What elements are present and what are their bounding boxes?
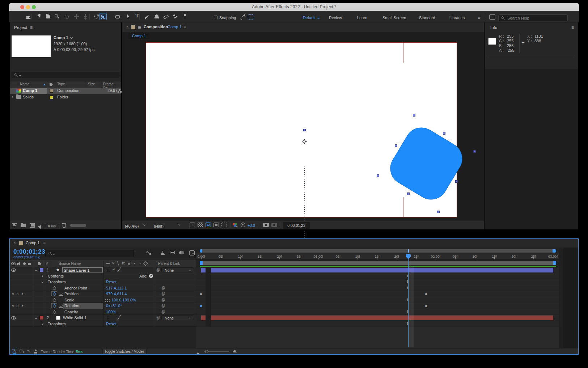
label-column-icon[interactable] <box>50 83 53 86</box>
tool-shape[interactable] <box>114 13 121 20</box>
tool-orbit-camera[interactable] <box>63 13 71 20</box>
column-source-name[interactable]: Source Name <box>59 262 81 266</box>
tool-home[interactable] <box>25 13 32 20</box>
exposure-value[interactable]: +0.0 <box>248 223 255 228</box>
quality-switch[interactable]: ☀ <box>112 267 115 271</box>
selection-handle[interactable] <box>413 114 415 117</box>
property-value[interactable]: 0x+31.0° <box>106 304 122 308</box>
property-label[interactable]: Scale <box>64 298 75 302</box>
transparency-grid-icon[interactable] <box>198 223 203 227</box>
selection-handle[interactable] <box>437 211 440 213</box>
horizontal-scrollbar[interactable] <box>70 224 86 227</box>
toggle-switches-modes-button[interactable]: Toggle Switches / Modes <box>102 349 147 354</box>
parent-link-dropdown[interactable]: None <box>161 315 193 320</box>
selection-handle[interactable] <box>377 174 379 177</box>
collapse-transformations-switch[interactable] <box>106 268 110 272</box>
tool-type[interactable]: T <box>134 13 141 20</box>
fast-previews-icon[interactable] <box>190 223 195 227</box>
selection-handle[interactable] <box>455 180 458 183</box>
interpret-footage-icon[interactable] <box>38 223 43 228</box>
previous-keyframe-icon[interactable]: ◀ <box>12 292 13 295</box>
stopwatch-icon[interactable] <box>53 292 56 296</box>
column-parent-link[interactable]: Parent & Link <box>158 262 180 266</box>
add-keyframe-diamond-icon[interactable]: ◇ <box>16 292 19 296</box>
tool-rotation[interactable] <box>93 13 100 20</box>
property-pickwhip-icon[interactable]: @ <box>161 292 165 296</box>
viewer-panel-menu-icon[interactable]: ≡ <box>183 24 186 29</box>
lock-icon[interactable] <box>138 26 141 29</box>
property-row-scale[interactable]: Scale100.0,100.0%@I <box>10 297 559 303</box>
tool-dolly-camera[interactable] <box>82 13 89 20</box>
viewer-panel-comp-name[interactable]: Comp 1 <box>168 25 182 29</box>
previous-keyframe-icon[interactable]: ◀ <box>12 304 13 307</box>
expand-in-out-icon[interactable]: ⇅ <box>27 349 30 353</box>
timeline-panel-menu-icon[interactable]: ≡ <box>43 240 46 245</box>
tool-roto-brush[interactable] <box>172 13 179 20</box>
keyframe-diamond[interactable]: ◆ <box>425 292 427 296</box>
property-label[interactable]: Rotation <box>64 304 79 308</box>
reset-link[interactable]: Reset <box>106 322 117 326</box>
composition-mini-flowchart-icon[interactable] <box>147 251 152 255</box>
collapse-transformations-switch[interactable] <box>106 316 110 320</box>
timeline-zoom-slider-knob[interactable] <box>205 350 208 353</box>
selection-handle[interactable] <box>407 193 410 195</box>
property-pickwhip-icon[interactable]: @ <box>161 286 165 290</box>
draft-3d-icon[interactable] <box>160 251 165 255</box>
project-flowchart-icon[interactable] <box>12 223 17 227</box>
keyframe-diamond[interactable]: ◆ <box>425 304 427 308</box>
resolution-dropdown[interactable]: (Half) <box>154 223 183 228</box>
twirl-icon[interactable] <box>41 322 43 325</box>
flowchart-icon[interactable] <box>118 89 122 93</box>
navigator-start-handle[interactable] <box>200 249 202 253</box>
stopwatch-icon[interactable] <box>53 287 56 290</box>
property-row-rotation[interactable]: ◀◇▶Rotation0x+31.0°@◆◆ <box>10 303 559 309</box>
workspace-settings-icon[interactable] <box>489 14 495 20</box>
tool-hand[interactable] <box>45 13 52 20</box>
time-navigator[interactable] <box>196 248 559 253</box>
bit-depth-button[interactable]: 8 bpc <box>45 223 59 228</box>
row-track[interactable]: ◆◆ <box>196 291 559 297</box>
row-track[interactable] <box>196 267 559 273</box>
workspace-menu-icon[interactable]: ≡ <box>317 16 320 20</box>
expand-transfer-modes-icon[interactable] <box>20 350 24 354</box>
project-row-solids[interactable]: Solids Folder <box>10 94 121 101</box>
expand-layer-switches-icon[interactable] <box>12 350 16 354</box>
label-color-swatch[interactable] <box>50 89 53 93</box>
group-label[interactable]: Transform <box>48 322 66 326</box>
collapse-layer-icon[interactable] <box>35 316 37 319</box>
property-row-transform2[interactable]: TransformResetI <box>10 321 559 327</box>
composition-canvas[interactable] <box>146 42 457 217</box>
graph-include-icon[interactable] <box>59 292 63 296</box>
workspace-tab-learn[interactable]: Learn <box>357 16 367 20</box>
property-row-opacity[interactable]: Opacity100%@I <box>10 309 559 315</box>
project-row-comp1[interactable]: Comp 1 Composition 29.97 <box>10 88 121 94</box>
label-color-swatch[interactable] <box>50 96 53 99</box>
visibility-eye-icon[interactable] <box>11 268 16 272</box>
row-track[interactable]: I <box>196 279 559 285</box>
parent-link-dropdown[interactable]: None <box>161 267 193 272</box>
property-value[interactable]: 100% <box>106 310 116 314</box>
property-value[interactable]: 100.0,100.0% <box>111 298 136 302</box>
tool-brush[interactable] <box>144 13 151 20</box>
workspace-tab-small-screen[interactable]: Small Screen <box>382 16 406 20</box>
work-area-end-handle[interactable] <box>553 261 556 265</box>
property-label[interactable]: Position <box>64 292 79 296</box>
parent-pickwhip-icon[interactable]: @ <box>156 268 160 272</box>
close-panel-icon[interactable]: × <box>126 25 128 29</box>
parent-pickwhip-icon[interactable]: @ <box>156 316 160 320</box>
tool-pan-camera[interactable] <box>73 13 80 20</box>
keyframe-diamond[interactable]: ◆ <box>200 292 202 296</box>
stopwatch-icon[interactable] <box>53 299 56 302</box>
property-row-position[interactable]: ◀◇▶Position979.4,611.4@◆◆ <box>10 291 559 297</box>
twirl-icon[interactable] <box>41 274 43 277</box>
project-item-name[interactable]: Solids <box>23 95 34 99</box>
magnification-dropdown[interactable]: (46.4%) <box>125 223 149 228</box>
snapshot-camera-icon[interactable] <box>263 223 269 227</box>
shy-layers-icon[interactable] <box>170 251 175 255</box>
workspace-tab-libraries[interactable]: Libraries <box>449 16 465 20</box>
bounding-box-center-handle[interactable] <box>303 129 306 131</box>
workspace-tab-review[interactable]: Review <box>329 16 342 20</box>
snapping-checkbox[interactable] <box>214 16 217 19</box>
property-pickwhip-icon[interactable]: @ <box>161 304 165 308</box>
time-ruler[interactable]: 0:00f05f10f15f20f25f01:00f05f10f15f20f25… <box>196 253 559 260</box>
